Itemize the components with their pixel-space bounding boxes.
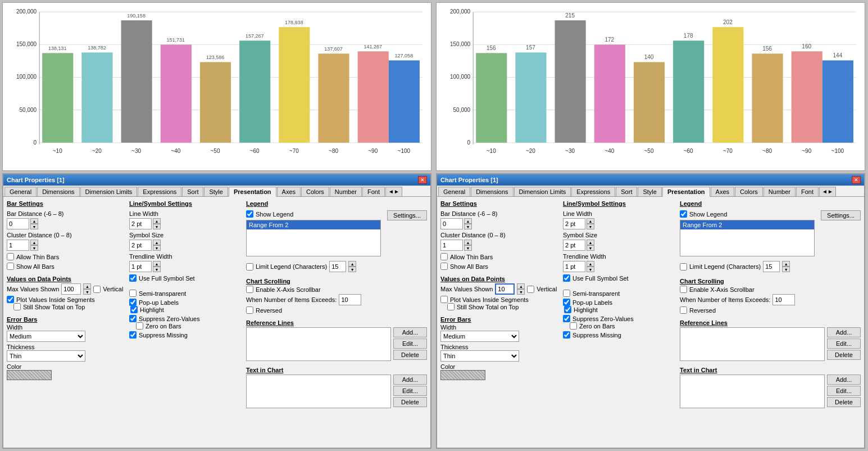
r-legend-item-selected[interactable]: Range From 2 <box>680 220 814 229</box>
trendline-width-up[interactable]: ▲ <box>153 261 161 267</box>
bar-distance-down[interactable]: ▼ <box>30 224 38 229</box>
text-edit-button[interactable]: Edit... <box>393 386 427 396</box>
r-limit-legend-down[interactable]: ▼ <box>782 267 790 272</box>
symbol-size-input[interactable] <box>129 240 152 251</box>
show-total-checkbox[interactable] <box>13 303 21 310</box>
tab-more-right[interactable]: ◄► <box>819 187 836 196</box>
r-highlight-checkbox[interactable] <box>564 306 571 313</box>
text-add-button[interactable]: Add... <box>393 375 427 385</box>
r-vertical-checkbox[interactable] <box>527 286 534 293</box>
thickness-select[interactable]: Thin Medium Wide <box>7 350 85 362</box>
tab-style-right[interactable]: Style <box>638 187 661 196</box>
r-trendline-width-up[interactable]: ▲ <box>587 261 594 267</box>
tab-dimensions-left[interactable]: Dimensions <box>37 187 79 196</box>
r-max-values-up[interactable]: ▲ <box>517 283 525 289</box>
highlight-checkbox[interactable] <box>130 306 138 313</box>
tab-axes-right[interactable]: Axes <box>711 187 734 196</box>
tab-expressions-left[interactable]: Expressions <box>138 187 181 196</box>
r-when-exceeds-input[interactable] <box>772 294 795 305</box>
text-delete-button[interactable]: Delete <box>393 397 427 407</box>
r-plot-values-checkbox[interactable] <box>440 296 448 303</box>
ref-edit-button[interactable]: Edit... <box>393 339 427 349</box>
r-show-legend-checkbox[interactable] <box>680 210 687 218</box>
r-show-all-bars-checkbox[interactable] <box>440 263 448 270</box>
max-values-shown-input[interactable] <box>61 283 81 295</box>
zero-on-bars-checkbox[interactable] <box>136 322 143 330</box>
line-width-down[interactable]: ▼ <box>153 224 161 229</box>
plot-values-checkbox[interactable] <box>7 296 14 303</box>
use-full-symbol-checkbox[interactable] <box>129 274 137 282</box>
r-ref-delete-button[interactable]: Delete <box>827 350 861 360</box>
tab-dimlimits-right[interactable]: Dimension Limits <box>514 187 571 196</box>
suppress-missing-checkbox[interactable] <box>129 331 137 339</box>
reversed-checkbox[interactable] <box>246 306 253 314</box>
tab-general-left[interactable]: General <box>4 187 37 196</box>
r-semi-transparent-checkbox[interactable] <box>563 290 570 297</box>
r-suppress-missing-checkbox[interactable] <box>563 331 570 339</box>
r-limit-legend-input[interactable] <box>763 261 780 272</box>
r-symbol-size-down[interactable]: ▼ <box>587 245 594 251</box>
line-width-input[interactable] <box>129 218 152 229</box>
tab-number-left[interactable]: Number <box>330 187 362 196</box>
r-bar-distance-down[interactable]: ▼ <box>464 224 472 229</box>
r-trendline-width-input[interactable] <box>563 261 585 272</box>
r-cluster-distance-input[interactable] <box>440 240 463 251</box>
r-line-width-input[interactable] <box>563 218 585 229</box>
tab-dimlimits-left[interactable]: Dimension Limits <box>80 187 138 196</box>
r-text-add-button[interactable]: Add... <box>827 375 861 385</box>
r-ref-add-button[interactable]: Add... <box>827 327 861 337</box>
bar-distance-up[interactable]: ▲ <box>30 218 38 224</box>
r-popup-labels-checkbox[interactable] <box>563 299 570 306</box>
r-thickness-select[interactable]: Thin Medium Wide <box>440 350 519 362</box>
r-max-values-down[interactable]: ▼ <box>517 289 525 295</box>
limit-legend-checkbox[interactable] <box>246 263 253 270</box>
r-line-width-down[interactable]: ▼ <box>587 224 594 229</box>
enable-scrollbar-checkbox[interactable] <box>246 286 253 293</box>
tab-font-left[interactable]: Font <box>362 187 385 196</box>
trendline-width-down[interactable]: ▼ <box>153 267 161 272</box>
ref-delete-button[interactable]: Delete <box>393 350 427 360</box>
tab-font-right[interactable]: Font <box>796 187 819 196</box>
r-bar-distance-up[interactable]: ▲ <box>464 218 472 224</box>
tab-more-left[interactable]: ◄► <box>385 187 402 196</box>
cluster-distance-down[interactable]: ▼ <box>30 245 38 251</box>
ref-add-button[interactable]: Add... <box>393 327 427 337</box>
r-width-select[interactable]: Medium Thin Wide <box>440 331 519 342</box>
tab-number-right[interactable]: Number <box>764 187 796 196</box>
legend-item[interactable] <box>247 229 380 232</box>
tab-presentation-left[interactable]: Presentation <box>229 187 276 197</box>
r-symbol-size-up[interactable]: ▲ <box>587 240 594 245</box>
limit-legend-down[interactable]: ▼ <box>348 267 356 272</box>
r-limit-legend-up[interactable]: ▲ <box>782 261 790 267</box>
r-use-full-symbol-checkbox[interactable] <box>563 274 570 282</box>
r-max-values-shown-input[interactable] <box>495 283 515 295</box>
tab-colors-right[interactable]: Colors <box>735 187 763 196</box>
settings-button[interactable]: Settings... <box>387 210 427 220</box>
r-cluster-distance-up[interactable]: ▲ <box>464 240 472 245</box>
line-width-up[interactable]: ▲ <box>153 218 161 224</box>
r-line-width-up[interactable]: ▲ <box>587 218 594 224</box>
r-symbol-size-input[interactable] <box>563 240 585 251</box>
cluster-distance-up[interactable]: ▲ <box>30 240 38 245</box>
popup-labels-checkbox[interactable] <box>129 299 137 306</box>
limit-legend-up[interactable]: ▲ <box>348 261 356 267</box>
max-values-up[interactable]: ▲ <box>83 283 91 289</box>
tab-style-left[interactable]: Style <box>204 187 228 196</box>
bar-distance-input[interactable] <box>7 218 29 229</box>
tab-sort-left[interactable]: Sort <box>182 187 203 196</box>
left-dialog-close[interactable]: ✕ <box>418 176 427 184</box>
when-exceeds-input[interactable] <box>339 294 361 305</box>
show-legend-checkbox[interactable] <box>246 210 253 218</box>
r-enable-scrollbar-checkbox[interactable] <box>680 286 687 293</box>
r-text-delete-button[interactable]: Delete <box>827 397 861 407</box>
r-text-edit-button[interactable]: Edit... <box>827 386 861 396</box>
r-show-total-checkbox[interactable] <box>447 303 455 310</box>
r-suppress-zero-checkbox[interactable] <box>563 315 570 322</box>
tab-presentation-right[interactable]: Presentation <box>662 187 710 197</box>
suppress-zero-checkbox[interactable] <box>129 315 137 322</box>
semi-transparent-checkbox[interactable] <box>129 290 137 297</box>
vertical-checkbox[interactable] <box>93 286 101 293</box>
r-bar-distance-input[interactable] <box>440 218 463 229</box>
r-trendline-width-down[interactable]: ▼ <box>587 267 594 272</box>
r-settings-button[interactable]: Settings... <box>821 210 861 220</box>
